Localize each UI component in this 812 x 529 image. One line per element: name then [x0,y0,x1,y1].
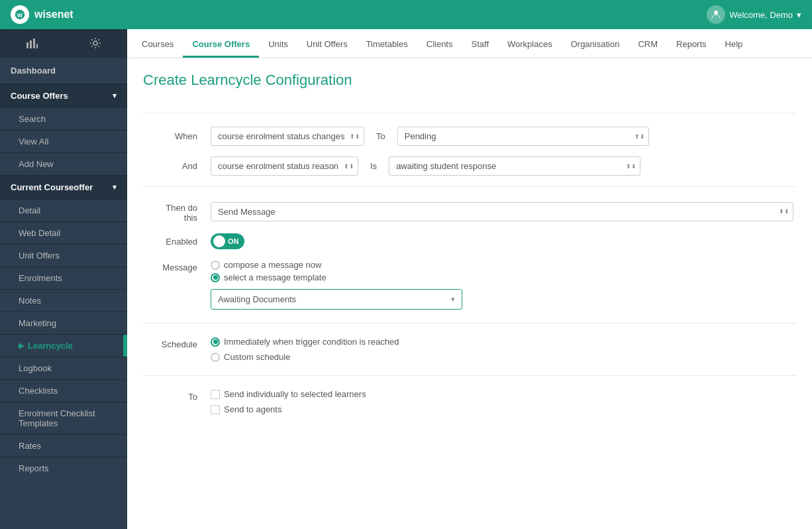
tab-help[interactable]: Help [716,32,752,58]
nav-tabs: Courses Course Offers Units Unit Offers … [127,29,812,58]
tab-clients[interactable]: Clients [417,32,462,58]
sidebar-item-notes[interactable]: Notes [0,289,127,312]
tab-course-offers[interactable]: Course Offers [183,32,259,58]
page-title: Create Learncycle Configuration [143,72,796,97]
to-label2: To [143,389,203,402]
message-option1-item[interactable]: compose a message now [211,260,462,270]
and-select[interactable]: course enrolment status reason [211,156,358,176]
toggle-knob [213,235,225,247]
enabled-row: Enabled ON [143,233,796,249]
sidebar-item-logbook[interactable]: Logbook [0,357,127,379]
sidebar-item-detail[interactable]: Detail [0,199,127,221]
tab-organisation[interactable]: Organisation [562,32,629,58]
then-do-select[interactable]: Send Message [211,202,793,221]
schedule-option1-item[interactable]: Immediately when trigger condition is re… [211,337,399,347]
message-option1-radio[interactable] [211,261,220,270]
sidebar-gear-icon[interactable] [64,29,128,57]
sidebar-item-view-all[interactable]: View All [0,130,127,152]
to-options: Send individually to selected learners S… [211,389,366,414]
message-option2-label: select a message template [224,272,327,282]
tab-crm[interactable]: CRM [629,32,667,58]
sidebar-item-checklists[interactable]: Checklists [0,379,127,402]
and-label: And [143,161,203,171]
chevron-down-icon2: ▾ [113,183,117,192]
arrow-right-icon: ▶ [19,341,24,350]
schedule-option1-label: Immediately when trigger condition is re… [224,337,399,347]
to-select[interactable]: Pending [397,127,649,146]
schedule-option2-item[interactable]: Custom schedule [211,352,399,362]
to-option2-checkbox[interactable] [211,405,220,414]
when-select[interactable]: course enrolment status changes [211,127,364,146]
logo-area: W wisenet [11,5,74,24]
to-option1-item[interactable]: Send individually to selected learners [211,389,366,399]
is-select-wrapper[interactable]: awaiting student response [389,156,640,176]
to-connector: To [372,131,389,141]
sidebar-bar-chart-icon[interactable] [0,29,64,57]
dropdown-arrow-icon: ▾ [451,295,455,304]
svg-rect-6 [36,44,38,48]
schedule-row: Schedule Immediately when trigger condit… [143,337,796,362]
when-label: When [143,131,203,141]
schedule-option2-label: Custom schedule [224,352,290,362]
message-option2-item[interactable]: select a message template [211,272,462,282]
toggle-on-label: ON [228,237,239,245]
sidebar-item-marketing[interactable]: Marketing [0,312,127,334]
sidebar: Dashboard Course Offers ▾ Search View Al… [0,29,127,529]
chevron-down-icon: ▾ [113,91,117,100]
tab-workplaces[interactable]: Workplaces [498,32,562,58]
enabled-toggle[interactable]: ON [211,233,244,249]
enabled-label: Enabled [143,237,203,247]
sidebar-item-enrolment-checklist-templates[interactable]: Enrolment Checklist Templates [0,402,127,434]
sidebar-item-unit-offers[interactable]: Unit Offers [0,244,127,266]
sidebar-item-learncycle[interactable]: ▶ Learncycle [0,334,127,357]
tab-staff[interactable]: Staff [462,32,499,58]
sidebar-item-reports[interactable]: Reports [0,457,127,479]
svg-rect-4 [30,40,32,48]
message-template-value: Awaiting Documents [218,294,296,304]
is-select[interactable]: awaiting student response [389,156,640,176]
to-option2-item[interactable]: Send to agents [211,404,366,414]
app-name: wisenet [34,9,74,21]
sidebar-dashboard[interactable]: Dashboard [0,58,127,84]
then-do-select-wrapper[interactable]: Send Message [211,202,793,221]
when-row: When course enrolment status changes To … [143,127,796,146]
sidebar-icon-row [0,29,127,58]
schedule-label: Schedule [143,337,203,349]
tab-unit-offers[interactable]: Unit Offers [297,32,357,58]
tab-reports[interactable]: Reports [667,32,716,58]
message-label: Message [143,260,203,272]
to-option1-label: Send individually to selected learners [224,389,366,399]
when-select-wrapper[interactable]: course enrolment status changes [211,127,364,146]
to-option2-label: Send to agents [224,404,281,414]
user-dropdown-icon[interactable]: ▾ [797,10,801,20]
logo-icon: W [11,5,29,24]
message-option2-radio[interactable] [211,273,220,282]
schedule-option2-radio[interactable] [211,353,220,362]
to-row: To Send individually to selected learner… [143,389,796,414]
then-do-row: Then dothis Send Message [143,200,796,223]
svg-point-2 [714,11,718,15]
is-connector: Is [366,161,381,171]
top-header: W wisenet Welcome, Demo ▾ [0,0,812,29]
sidebar-item-rates[interactable]: Rates [0,434,127,457]
tab-timetables[interactable]: Timetables [357,32,417,58]
svg-point-7 [93,41,97,45]
and-select-wrapper[interactable]: course enrolment status reason [211,156,358,176]
message-option1-label: compose a message now [224,260,321,270]
svg-rect-3 [26,42,28,48]
schedule-option1-radio[interactable] [211,337,220,347]
to-option1-checkbox[interactable] [211,390,220,399]
sidebar-item-web-detail[interactable]: Web Detail [0,221,127,244]
sidebar-current-courseoffer-header[interactable]: Current Courseoffer ▾ [0,175,127,199]
main-content: Create Learncycle Configuration When cou… [127,58,812,529]
tab-units[interactable]: Units [259,32,297,58]
sidebar-item-enrolments[interactable]: Enrolments [0,266,127,289]
sidebar-item-add-new[interactable]: Add New [0,152,127,175]
to-select-wrapper[interactable]: Pending [397,127,649,146]
message-template-dropdown[interactable]: Awaiting Documents ▾ [211,289,462,310]
sidebar-item-search[interactable]: Search [0,107,127,130]
sidebar-course-offers-header[interactable]: Course Offers ▾ [0,84,127,107]
user-area[interactable]: Welcome, Demo ▾ [707,5,801,24]
tab-courses[interactable]: Courses [132,32,183,58]
then-do-label: Then dothis [143,200,203,223]
